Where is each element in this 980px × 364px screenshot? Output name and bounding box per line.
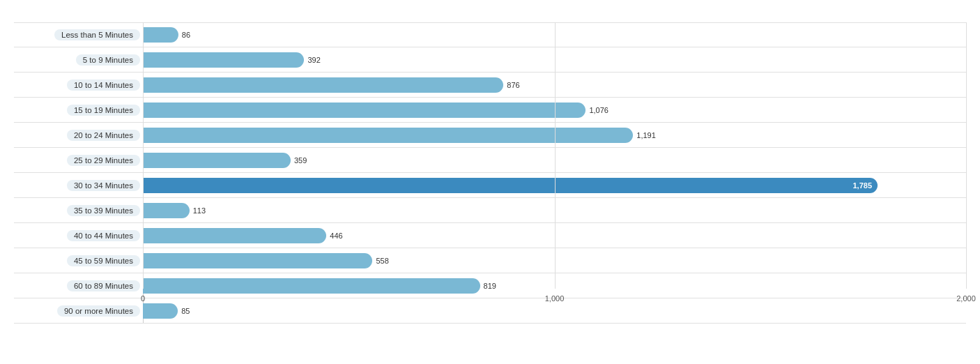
bar-value-label: 558	[376, 257, 388, 265]
bar-row: Less than 5 Minutes86	[14, 22, 966, 47]
bar-label: 90 or more Minutes	[57, 305, 140, 317]
bar-fill	[143, 77, 503, 93]
bar-fill	[143, 103, 585, 118]
chart-container: Less than 5 Minutes865 to 9 Minutes39210…	[0, 0, 980, 364]
bar-value-label: 392	[307, 56, 320, 64]
bar-label-area: 5 to 9 Minutes	[14, 47, 143, 72]
bars-area: Less than 5 Minutes865 to 9 Minutes39210…	[14, 22, 966, 289]
bar-fill	[143, 253, 372, 268]
bar-fill	[143, 52, 304, 68]
bar-label: 10 to 14 Minutes	[67, 79, 140, 91]
bar-fill	[143, 153, 291, 168]
bar-label: 60 to 89 Minutes	[67, 280, 140, 291]
bar-label-area: 10 to 14 Minutes	[14, 73, 143, 97]
bar-value-label: 86	[182, 31, 190, 39]
bar-label: 45 to 59 Minutes	[67, 255, 140, 266]
bar-label-area: 15 to 19 Minutes	[14, 98, 143, 122]
bar-label-area: 40 to 44 Minutes	[14, 223, 143, 248]
bar-row: 30 to 34 Minutes1,785	[14, 173, 966, 198]
x-axis: 01,0002,000	[143, 289, 966, 310]
bar-row: 45 to 59 Minutes558	[14, 248, 966, 273]
chart-body: Less than 5 Minutes865 to 9 Minutes39210…	[14, 22, 966, 310]
bar-label-area: Less than 5 Minutes	[14, 23, 143, 47]
x-axis-tick: 0	[141, 294, 145, 303]
bar-row: 40 to 44 Minutes446	[14, 223, 966, 248]
bar-row: 15 to 19 Minutes1,076	[14, 98, 966, 123]
bar-row: 20 to 24 Minutes1,191	[14, 123, 966, 148]
bar-label: 20 to 24 Minutes	[67, 130, 140, 141]
bar-fill	[143, 203, 190, 218]
bar-label-area: 60 to 89 Minutes	[14, 273, 143, 298]
bar-label-area: 30 to 34 Minutes	[14, 173, 143, 197]
bar-value-label: 446	[330, 232, 342, 240]
bar-label: 15 to 19 Minutes	[67, 105, 140, 116]
bar-label-area: 45 to 59 Minutes	[14, 248, 143, 273]
bar-label: 30 to 34 Minutes	[67, 180, 140, 191]
bar-label-area: 25 to 29 Minutes	[14, 148, 143, 172]
x-grid-line	[143, 22, 144, 289]
bar-label-area: 20 to 24 Minutes	[14, 123, 143, 147]
x-axis-tick: 2,000	[956, 294, 976, 303]
bar-label: 5 to 9 Minutes	[76, 54, 140, 66]
bar-label: 40 to 44 Minutes	[67, 230, 140, 241]
bar-row: 35 to 39 Minutes113	[14, 198, 966, 223]
bar-value-label: 1,785	[853, 181, 873, 190]
bar-fill	[143, 128, 633, 143]
bar-label-area: 90 or more Minutes	[14, 298, 143, 323]
bar-label: Less than 5 Minutes	[54, 29, 140, 40]
bar-label: 35 to 39 Minutes	[67, 205, 140, 216]
bar-value-label: 1,191	[636, 131, 656, 139]
x-axis-tick: 1,000	[545, 294, 565, 303]
bar-fill	[143, 228, 326, 243]
bar-value-label: 876	[507, 81, 519, 89]
bar-value-label: 113	[193, 206, 206, 215]
bar-value-label: 1,076	[589, 106, 608, 114]
bar-row: 25 to 29 Minutes359	[14, 148, 966, 173]
bar-value-label: 359	[294, 156, 307, 165]
x-grid-line	[555, 22, 556, 289]
x-grid-line	[966, 22, 967, 289]
bar-label-area: 35 to 39 Minutes	[14, 198, 143, 222]
bar-label: 25 to 29 Minutes	[67, 155, 140, 166]
bar-row: 5 to 9 Minutes392	[14, 47, 966, 73]
bar-row: 10 to 14 Minutes876	[14, 73, 966, 98]
bar-fill: 1,785	[143, 178, 878, 193]
bar-fill	[143, 27, 178, 43]
